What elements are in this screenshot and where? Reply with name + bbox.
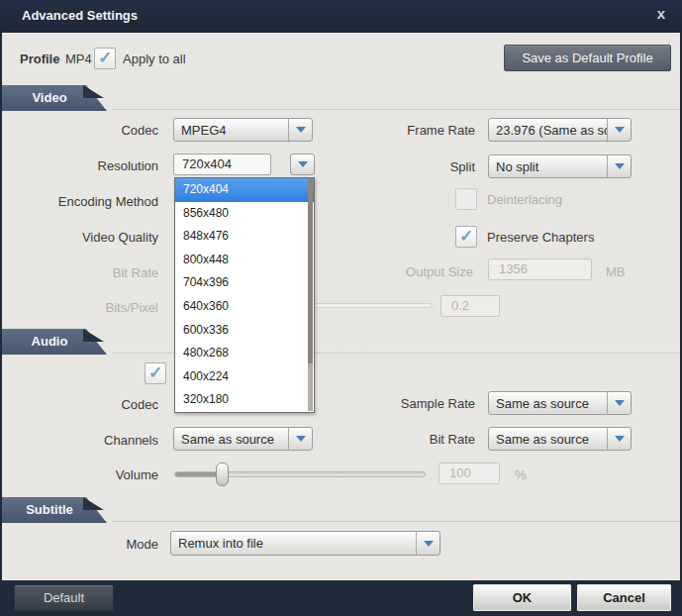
- dropdown-scrollbar-thumb[interactable]: [308, 179, 313, 363]
- output-size-label: Output Size: [335, 264, 473, 279]
- volume-unit: %: [515, 467, 527, 482]
- volume-label: Volume: [20, 467, 158, 482]
- audio-codec-label: Codec: [20, 397, 158, 412]
- audio-enable-checkbox[interactable]: ✓: [145, 362, 166, 384]
- resolution-option[interactable]: 320x180: [175, 388, 314, 412]
- chevron-down-icon: [608, 428, 631, 450]
- resolution-option[interactable]: 800x448: [175, 249, 314, 272]
- section-tab-subtitle-label: Subtitle: [2, 502, 97, 517]
- section-divider: [113, 109, 680, 110]
- resolution-option[interactable]: 640x360: [175, 295, 314, 319]
- volume-slider-track[interactable]: [174, 471, 426, 477]
- section-divider: [113, 521, 680, 522]
- sample-rate-combo-value: Same as source: [489, 396, 607, 411]
- resolution-dropdown-list: 720x404 856x480 848x476 800x448 704x396 …: [174, 177, 315, 413]
- frame-rate-label: Frame Rate: [337, 123, 475, 138]
- codec-combo[interactable]: MPEG4: [173, 118, 313, 142]
- check-icon: ✓: [98, 48, 112, 68]
- titlebar: Advanced Settings x: [0, 0, 682, 33]
- resolution-option[interactable]: 400x224: [175, 365, 314, 389]
- section-tab-audio-label: Audio: [2, 334, 97, 349]
- subtitle-mode-label: Mode: [20, 537, 158, 552]
- volume-slider-handle[interactable]: [216, 462, 229, 486]
- resolution-option[interactable]: 704x396: [175, 271, 314, 295]
- resolution-input[interactable]: 720x404: [173, 154, 271, 175]
- split-combo[interactable]: No split: [488, 154, 632, 178]
- chevron-down-icon: [608, 119, 631, 141]
- save-default-profile-button[interactable]: Save as Default Profile: [504, 45, 671, 71]
- default-button[interactable]: Default: [14, 584, 114, 611]
- preserve-chapters-checkbox[interactable]: ✓: [455, 226, 477, 248]
- video-quality-label: Video Quality: [20, 230, 158, 245]
- check-icon: ✓: [148, 362, 162, 383]
- codec-label: Codec: [20, 123, 158, 138]
- split-combo-value: No split: [489, 159, 607, 174]
- resolution-option[interactable]: 480x268: [175, 342, 314, 365]
- close-icon[interactable]: x: [649, 5, 673, 27]
- resolution-option[interactable]: 600x336: [175, 319, 314, 343]
- apply-to-all-label: Apply to all: [123, 51, 186, 66]
- resolution-option[interactable]: 856x480: [175, 202, 314, 226]
- chevron-down-icon: [608, 155, 631, 177]
- subtitle-mode-combo[interactable]: Remux into file: [170, 531, 440, 556]
- output-size-unit: MB: [606, 264, 626, 279]
- cancel-button[interactable]: Cancel: [577, 584, 671, 611]
- audio-bit-rate-label: Bit Rate: [337, 432, 475, 447]
- dialog-title: Advanced Settings: [22, 8, 138, 23]
- bits-pixel-field: 0.2: [440, 295, 500, 317]
- sample-rate-label: Sample Rate: [337, 396, 475, 411]
- save-default-profile-label: Save as Default Profile: [522, 51, 652, 65]
- ok-button[interactable]: OK: [473, 584, 571, 611]
- advanced-settings-dialog: Advanced Settings x Profile MP4 ✓ Apply …: [0, 0, 682, 616]
- split-label: Split: [337, 159, 475, 174]
- frame-rate-combo[interactable]: 23.976 (Same as so: [488, 118, 632, 142]
- audio-bit-rate-combo[interactable]: Same as source: [488, 427, 632, 451]
- chevron-down-icon: [417, 532, 439, 555]
- chevron-down-icon: [608, 392, 631, 414]
- chevron-down-icon: [289, 428, 312, 450]
- dropdown-scrollbar[interactable]: [308, 179, 313, 411]
- frame-rate-combo-value: 23.976 (Same as so: [489, 123, 607, 138]
- section-tab-video-label: Video: [2, 90, 97, 105]
- bits-pixel-label: Bits/Pixel: [20, 300, 158, 315]
- profile-value: MP4: [65, 51, 92, 66]
- resolution-label: Resolution: [20, 158, 158, 173]
- profile-label: Profile: [20, 51, 59, 66]
- cancel-button-label: Cancel: [603, 590, 645, 605]
- deinterlacing-checkbox: [455, 188, 477, 210]
- sample-rate-combo[interactable]: Same as source: [488, 391, 632, 415]
- bit-rate-label: Bit Rate: [20, 265, 158, 280]
- chevron-down-icon: [289, 119, 312, 141]
- resolution-option[interactable]: 720x404: [175, 178, 314, 202]
- channels-label: Channels: [20, 433, 158, 448]
- audio-bit-rate-combo-value: Same as source: [489, 432, 607, 447]
- default-button-label: Default: [44, 590, 84, 605]
- ok-button-label: OK: [513, 590, 533, 605]
- preserve-chapters-label: Preserve Chapters: [487, 230, 594, 245]
- resolution-dropdown-button[interactable]: [290, 154, 315, 175]
- apply-to-all-checkbox[interactable]: ✓: [94, 48, 116, 69]
- encoding-method-label: Encoding Method: [20, 194, 158, 209]
- chevron-down-icon: [298, 161, 308, 167]
- deinterlacing-label: Deinterlacing: [487, 192, 562, 207]
- channels-combo[interactable]: Same as source: [173, 427, 313, 451]
- output-size-field: 1356: [488, 258, 592, 280]
- volume-field: 100: [438, 462, 500, 484]
- subtitle-mode-combo-value: Remux into file: [171, 536, 416, 551]
- codec-combo-value: MPEG4: [174, 123, 288, 138]
- channels-combo-value: Same as source: [174, 432, 288, 447]
- check-icon: ✓: [459, 226, 473, 247]
- resolution-option[interactable]: 848x476: [175, 225, 314, 249]
